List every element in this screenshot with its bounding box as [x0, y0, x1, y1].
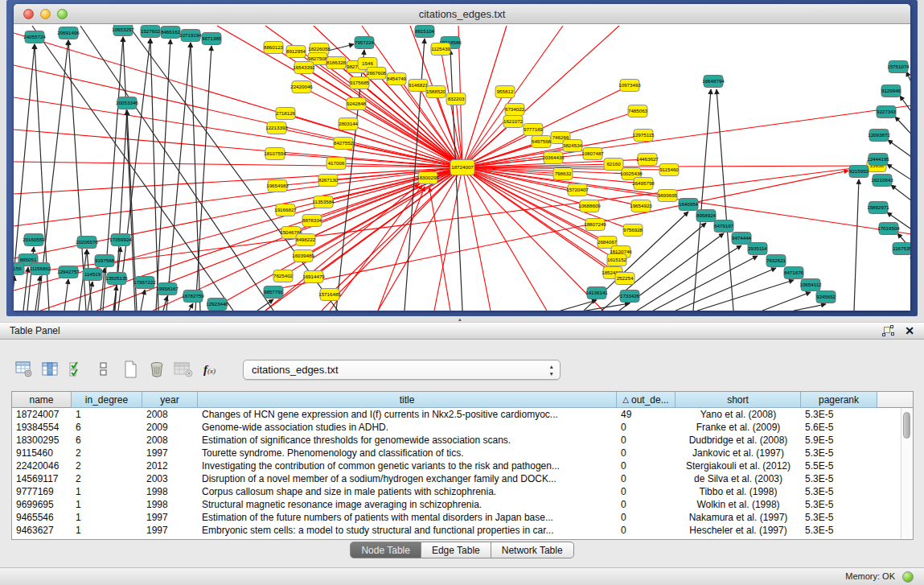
graph-node[interactable]: 8466162	[161, 27, 181, 39]
graph-node[interactable]: 16210643	[871, 175, 893, 187]
graph-node[interactable]: 2718126	[276, 108, 296, 120]
graph-node[interactable]: 6479197	[714, 220, 734, 233]
graph-node[interactable]: 12923446	[206, 299, 228, 311]
table-row[interactable]: 1830029562008Estimation of significance …	[12, 434, 913, 447]
graph-node[interactable]: 15720407	[566, 184, 589, 196]
graph-node[interactable]: 9242848	[347, 98, 367, 110]
panel-splitter[interactable]: ▴	[0, 316, 924, 322]
graph-node[interactable]: 9857791	[264, 286, 284, 299]
graph-node[interactable]: 18724007	[450, 160, 474, 175]
graph-node[interactable]: 15892971	[867, 202, 889, 214]
function-builder-button[interactable]: f(x)	[199, 359, 220, 381]
graph-node[interactable]: 13505135	[105, 273, 128, 285]
table-row[interactable]: 1872400712008Changes of HCN gene express…	[12, 408, 913, 421]
graph-node[interactable]: 20364436	[542, 152, 565, 164]
graph-node[interactable]: 1588520	[426, 86, 446, 98]
graph-node[interactable]: 15716485	[318, 289, 341, 301]
graph-node[interactable]: 9129946	[881, 85, 901, 97]
graph-node[interactable]: 10807487	[581, 148, 604, 160]
table-scrollbar[interactable]	[901, 408, 913, 539]
graph-node[interactable]: 12444195	[867, 154, 889, 166]
graph-node[interactable]: 16648794	[702, 76, 725, 88]
graph-node[interactable]: 8912954	[286, 46, 306, 58]
graph-node[interactable]: 7625402	[273, 270, 294, 282]
tab-edge-table[interactable]: Edge Table	[421, 542, 491, 558]
graph-node[interactable]: 8454749	[387, 73, 407, 85]
close-window-button[interactable]	[23, 9, 34, 19]
new-table-button[interactable]	[119, 359, 141, 381]
graph-node[interactable]: 7485063	[628, 105, 648, 117]
graph-node[interactable]: 2935114	[748, 243, 767, 255]
table-row[interactable]: 946362711997Embryonic stem cells: a mode…	[12, 524, 913, 537]
graph-node[interactable]: 16782759	[182, 290, 204, 303]
graph-node[interactable]: 10719194	[179, 30, 202, 42]
graph-node[interactable]: 39159	[14, 263, 24, 275]
graph-node[interactable]: 16543392	[293, 62, 315, 74]
close-panel-icon[interactable]: ✕	[905, 325, 914, 336]
table-select-dropdown[interactable]: citations_edges.txt▲▼	[243, 360, 561, 380]
column-header-out_de[interactable]: △out_de...	[617, 392, 676, 408]
delete-table-button[interactable]	[146, 359, 167, 381]
column-header-in_degree[interactable]: in_degree	[72, 392, 142, 408]
graph-node[interactable]: 1640954	[679, 199, 699, 211]
table-row[interactable]: 911546021997Tourette syndrome. Phenomeno…	[12, 447, 913, 459]
window-titlebar[interactable]: citations_edges.txt	[14, 4, 910, 24]
graph-node[interactable]: 18300295	[417, 172, 439, 184]
table-row[interactable]: 1938455462009Genome-wide association stu…	[12, 421, 913, 434]
splitter-grip-icon[interactable]: ▴	[458, 317, 466, 321]
graph-node[interactable]: 26495798	[632, 178, 655, 190]
graph-node[interactable]: 12975115	[632, 130, 655, 142]
select-all-button[interactable]	[66, 359, 88, 381]
graph-node[interactable]: 10973493	[618, 80, 641, 92]
graph-node[interactable]: 1615152	[607, 254, 627, 266]
float-panel-icon[interactable]	[882, 325, 894, 336]
graph-node[interactable]: 10654112	[799, 279, 822, 291]
graph-node[interactable]: 11353584	[312, 196, 335, 208]
column-header-pagerank[interactable]: pagerank	[801, 392, 877, 408]
graph-node[interactable]: 832203	[446, 93, 466, 105]
graph-node[interactable]: 2803144	[339, 118, 359, 130]
graph-node[interactable]: 10688609	[578, 200, 601, 212]
graph-node[interactable]: 9146821	[409, 80, 429, 92]
graph-node[interactable]: 10653257	[112, 25, 134, 36]
graph-node[interactable]: 18107554	[264, 148, 286, 160]
graph-node[interactable]: 9197588	[95, 255, 115, 267]
graph-node[interactable]: 8267130	[318, 175, 339, 187]
graph-node[interactable]: 1733426	[620, 290, 640, 303]
graph-node[interactable]: 114519	[83, 269, 102, 281]
graph-node[interactable]: 14463627	[636, 154, 659, 166]
graph-node[interactable]: 6734022	[505, 104, 525, 116]
graph-node[interactable]: 252254	[615, 273, 634, 285]
column-header-title[interactable]: title	[198, 392, 617, 408]
graph-node[interactable]: 12093872	[868, 130, 890, 142]
graph-node[interactable]: 417006	[326, 158, 346, 170]
graph-node[interactable]: 20206576	[76, 237, 98, 249]
graph-node[interactable]: 8471676	[784, 267, 804, 279]
graph-node[interactable]: 8427552	[334, 138, 354, 150]
graph-node[interactable]: 1527602	[141, 26, 161, 38]
graph-node[interactable]: 19654923	[630, 200, 652, 212]
column-header-name[interactable]: name	[12, 392, 72, 408]
graph-node[interactable]: 9756928	[623, 225, 643, 237]
graph-node[interactable]: 7957224	[355, 37, 375, 49]
graph-node[interactable]: 17957222	[133, 277, 156, 289]
tab-node-table[interactable]: Node Table	[350, 542, 421, 558]
table-row[interactable]: 977716911998Corpus callosum shape and si…	[12, 485, 913, 498]
graph-node[interactable]: 8815104	[415, 26, 435, 38]
graph-node[interactable]: 17359924	[109, 234, 132, 246]
graph-node[interactable]: 9474444	[732, 233, 752, 245]
tab-network-table[interactable]: Network Table	[491, 542, 574, 558]
graph-node[interactable]: 14136141	[585, 287, 608, 299]
table-row[interactable]: 946554611997Estimation of the future num…	[12, 511, 913, 524]
graph-node[interactable]: 15751074	[887, 61, 910, 73]
table-row[interactable]: 2242004622012Investigating the contribut…	[12, 459, 913, 472]
graph-node[interactable]: 9227343	[877, 106, 897, 118]
graph-node[interactable]: 16039489	[292, 250, 314, 262]
graph-node[interactable]: 2667608	[367, 68, 387, 80]
clear-selection-button[interactable]	[92, 359, 114, 381]
graph-node[interactable]: 6497568	[532, 136, 552, 148]
graph-node[interactable]: 8878334	[302, 215, 322, 227]
show-columns-button[interactable]	[39, 359, 61, 381]
graph-node[interactable]: 9245652	[816, 291, 836, 303]
graph-node[interactable]: 9777169	[524, 124, 544, 136]
